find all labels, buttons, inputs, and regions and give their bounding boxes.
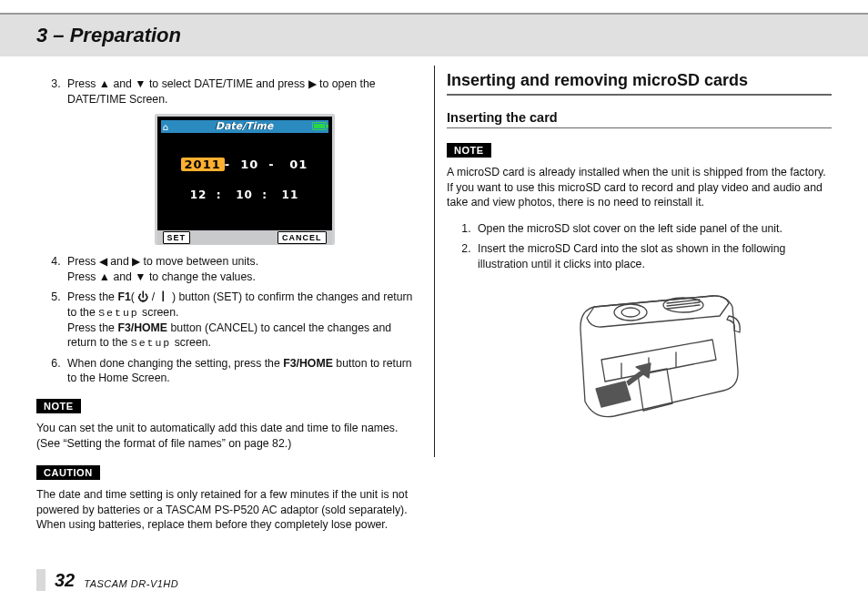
lcd-figure: ⌂ Date/Time 2011- 10 - 01 12 : [67, 114, 421, 245]
lcd-time-row: 12 : 10 : 11 [157, 188, 332, 202]
step-4a: Press ◀ and ▶ to move between units. [67, 254, 421, 270]
step-3-text: Press ▲ and ▼ to select DATE/TIME and pr… [67, 77, 376, 106]
lcd-cancel-button: CANCEL [278, 231, 327, 244]
lcd-year: 2011 [181, 158, 225, 171]
step-4b: Press ▲ and ▼ to change the values. [67, 270, 421, 285]
lcd-second: 11 [282, 188, 299, 201]
lcd-date-row: 2011- 10 - 01 [157, 157, 332, 173]
step-5b-tail: screen. [171, 336, 211, 349]
model-name: TASCAM DR-V1HD [84, 578, 178, 591]
lcd-bezel: ⌂ Date/Time 2011- 10 - 01 12 : [155, 114, 335, 245]
step-5: Press the F1( ⏻ / ❘ ) button (SET) to co… [64, 290, 421, 350]
step-5a-bold: F1 [117, 290, 130, 303]
caution-text: The date and time setting is only retain… [36, 487, 421, 533]
lcd-titlebar: ⌂ Date/Time [161, 120, 328, 133]
page-footer: 32 TASCAM DR-V1HD [36, 569, 178, 591]
step-5a-pre: Press the [67, 290, 117, 303]
instruction-list-left: Press ▲ and ▼ to select DATE/TIME and pr… [64, 76, 421, 386]
lcd-softkeys: SET CANCEL [157, 230, 332, 245]
page-number: 32 [55, 570, 75, 591]
lcd-screen: ⌂ Date/Time 2011- 10 - 01 12 : [157, 117, 332, 230]
content-columns: Press ▲ and ▼ to select DATE/TIME and pr… [36, 66, 832, 556]
left-column: Press ▲ and ▼ to select DATE/TIME and pr… [36, 66, 421, 556]
lcd-month: 10 [240, 158, 258, 171]
note-label-right: NOTE [447, 143, 491, 158]
instruction-list-right: Open the microSD slot cover on the left … [474, 221, 832, 272]
setup-text-1: Setup [98, 307, 139, 319]
lcd-title: Date/Time [216, 120, 274, 134]
step-3: Press ▲ and ▼ to select DATE/TIME and pr… [64, 76, 421, 245]
lcd-day: 01 [289, 158, 308, 171]
chapter-title: 3 – Preparation [36, 24, 181, 47]
svg-point-1 [621, 308, 640, 317]
step-4: Press ◀ and ▶ to move between units. Pre… [64, 254, 421, 284]
lcd-hour: 12 [190, 188, 207, 201]
right-column: Inserting and removing microSD cards Ins… [447, 66, 832, 556]
step-6-pre: When done changing the setting, press th… [67, 357, 283, 370]
home-icon: ⌂ [163, 121, 168, 134]
section-title: Inserting and removing microSD cards [447, 66, 832, 96]
caution-label: CAUTION [36, 465, 100, 480]
lcd-set-button: SET [163, 231, 191, 244]
right-step-2: Insert the microSD Card into the slot as… [474, 241, 832, 271]
svg-point-0 [614, 304, 647, 321]
right-step-1: Open the microSD slot cover on the left … [474, 221, 832, 237]
subsection-title: Inserting the card [447, 108, 832, 128]
battery-icon [312, 122, 327, 130]
step-5a-tail: screen. [139, 306, 179, 319]
lcd-minute: 10 [236, 188, 253, 201]
step-6: When done changing the setting, press th… [64, 356, 421, 386]
note-label-left: NOTE [36, 399, 81, 413]
step-5b-pre: Press the [67, 321, 117, 334]
device-illustration [530, 280, 749, 434]
setup-text-2: Setup [131, 337, 172, 349]
manual-page: 3 – Preparation Press ▲ and ▼ to select … [0, 0, 868, 611]
step-6-bold: F3/HOME [283, 357, 333, 370]
footer-tab [36, 569, 45, 591]
chapter-header: 3 – Preparation [0, 13, 868, 56]
note-text-left: You can set the unit to automatically ad… [36, 421, 421, 451]
step-5b-bold: F3/HOME [117, 321, 167, 334]
note-text-right: A microSD card is already installed when… [447, 165, 832, 210]
